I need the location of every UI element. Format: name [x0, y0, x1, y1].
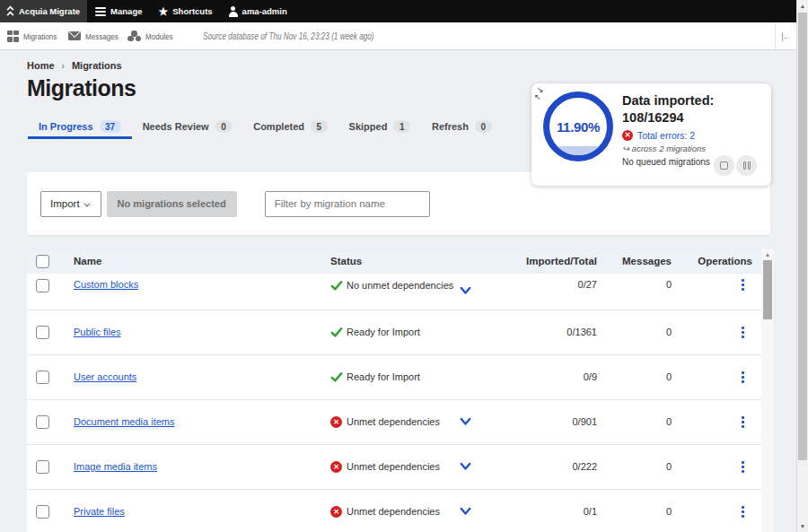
tab[interactable]: Completed 5 [242, 116, 338, 139]
column-header-messages: Messages [597, 249, 672, 274]
page-scroll-down-icon[interactable]: ▼ [797, 520, 808, 532]
messages-count: 0 [597, 489, 672, 532]
row-checkbox[interactable] [36, 371, 49, 384]
manage-menu[interactable]: Manage [87, 0, 150, 22]
envelope-icon [68, 31, 81, 40]
messages-count: 0 [597, 399, 672, 444]
breadcrumb-home[interactable]: Home [27, 60, 55, 71]
toolbar-item-modules[interactable]: Modules [127, 22, 178, 49]
tab[interactable]: In Progress 37 [28, 116, 132, 139]
migration-name-link[interactable]: Private files [74, 506, 125, 517]
modules-label: Modules [145, 31, 173, 41]
row-checkbox[interactable] [36, 460, 49, 474]
page-scrollbar[interactable]: ▲ ▼ [796, 0, 808, 532]
toolbar-item-migrations[interactable]: Migrations [7, 22, 63, 49]
migration-row: Custom blocks No unmet dependencies [27, 274, 761, 310]
errors-sub-note: ↪ across 2 migrations [622, 144, 764, 153]
table-header-row: Name Status Imported/Total Messages Oper… [27, 249, 761, 274]
progress-fill [549, 146, 607, 155]
user-icon [229, 6, 238, 17]
migrations-table: Name Status Imported/Total Messages Oper… [27, 249, 761, 532]
collapse-toolbar-button[interactable]: |← [775, 22, 796, 49]
messages-count: 0 [597, 444, 672, 489]
operations-menu-icon[interactable] [742, 461, 744, 473]
expand-chevron-icon[interactable] [460, 286, 471, 295]
status-icon [330, 326, 343, 338]
tab-label: Refresh [432, 121, 469, 132]
status-text: Unmet dependencies [347, 461, 440, 472]
row-checkbox[interactable] [36, 415, 49, 429]
import-dropdown-button[interactable]: Import [40, 191, 101, 217]
star-icon: ★ [158, 6, 168, 17]
secondary-toolbar: Migrations Messages Modules Source datab… [0, 22, 796, 50]
imported-total-value: 0/222 [507, 444, 597, 489]
migration-row: User accounts Ready for Import [27, 354, 761, 399]
tab-count-badge: 1 [393, 120, 410, 133]
double-chevron-up-icon [5, 5, 14, 15]
resize-arrows-icon[interactable]: ↘↖ [537, 86, 544, 100]
user-label: ama-admin [242, 6, 287, 16]
pause-import-button[interactable] [736, 155, 757, 176]
operations-menu-icon[interactable] [742, 416, 744, 428]
status-icon [330, 461, 342, 473]
migrations-label: Migrations [23, 31, 57, 41]
pause-icon [743, 161, 751, 170]
operations-menu-icon[interactable] [742, 371, 744, 383]
page-scroll-up-icon[interactable]: ▲ [797, 0, 808, 12]
messages-count: 0 [597, 274, 672, 310]
status-text: Ready for Import [347, 371, 420, 382]
user-menu[interactable]: ama-admin [221, 0, 295, 22]
page-scrollbar-thumb[interactable] [798, 13, 807, 460]
stop-import-button[interactable] [714, 155, 734, 176]
select-all-checkbox[interactable] [36, 255, 49, 268]
migration-row: Document media items Unmet dependencies [27, 399, 761, 444]
migration-name-link[interactable]: Document media items [74, 416, 175, 427]
row-checkbox[interactable] [36, 279, 49, 292]
operations-menu-icon[interactable] [742, 327, 744, 338]
migration-filter-input[interactable] [265, 191, 430, 217]
chevron-down-icon [84, 199, 92, 206]
tab[interactable]: Skipped 1 [338, 116, 421, 139]
import-label: Import [50, 198, 80, 209]
operations-menu-icon[interactable] [742, 279, 744, 291]
breadcrumb-chevron-icon: › [62, 61, 65, 71]
toolbar-item-messages[interactable]: Messages [68, 22, 124, 49]
expand-chevron-icon[interactable] [460, 462, 471, 471]
error-icon: ✕ [622, 130, 633, 141]
table-scrollbar[interactable]: ▲ [761, 249, 774, 532]
row-checkbox[interactable] [36, 505, 49, 519]
status-text: Unmet dependencies [347, 506, 440, 517]
migration-name-link[interactable]: User accounts [74, 371, 136, 382]
tab[interactable]: Refresh 0 [421, 116, 503, 139]
column-header-status: Status [330, 249, 507, 274]
shortcuts-label: Shortcuts [172, 6, 212, 16]
modules-icon [127, 31, 141, 41]
tab-count-badge: 37 [100, 120, 121, 133]
acquia-migrate-brand[interactable]: Acquia Migrate [0, 0, 87, 22]
total-errors-link[interactable]: Total errors: 2 [637, 130, 695, 141]
migration-name-link[interactable]: Custom blocks [74, 279, 138, 290]
tab-count-badge: 5 [311, 120, 328, 133]
admin-topbar: Acquia Migrate Manage ★ Shortcuts ama-ad… [0, 0, 796, 22]
brand-label: Acquia Migrate [19, 6, 80, 16]
expand-chevron-icon[interactable] [460, 507, 471, 516]
status-icon [330, 506, 342, 518]
operations-menu-icon[interactable] [742, 506, 744, 518]
import-progress-ring: 11.90% [543, 92, 613, 161]
column-header-name: Name [74, 249, 330, 274]
expand-chevron-icon[interactable] [460, 417, 471, 426]
table-scrollbar-thumb[interactable] [763, 260, 772, 319]
progress-percent: 11.90% [557, 119, 600, 135]
tab[interactable]: Needs Review 0 [132, 116, 243, 139]
migration-row: Image media items Unmet dependencies [27, 444, 761, 489]
migration-name-link[interactable]: Image media items [74, 461, 157, 472]
shortcuts-menu[interactable]: ★ Shortcuts [150, 0, 220, 22]
status-icon [330, 371, 343, 383]
imported-total-value: 0/9 [507, 354, 597, 399]
status-icon [330, 416, 342, 428]
migration-name-link[interactable]: Public files [74, 327, 121, 337]
data-imported-label: Data imported: [622, 92, 764, 109]
scroll-up-icon[interactable]: ▲ [761, 249, 774, 259]
row-checkbox[interactable] [36, 326, 49, 339]
source-database-note: Source database of Thu Nov 16, 23:23 (1 … [203, 31, 374, 41]
